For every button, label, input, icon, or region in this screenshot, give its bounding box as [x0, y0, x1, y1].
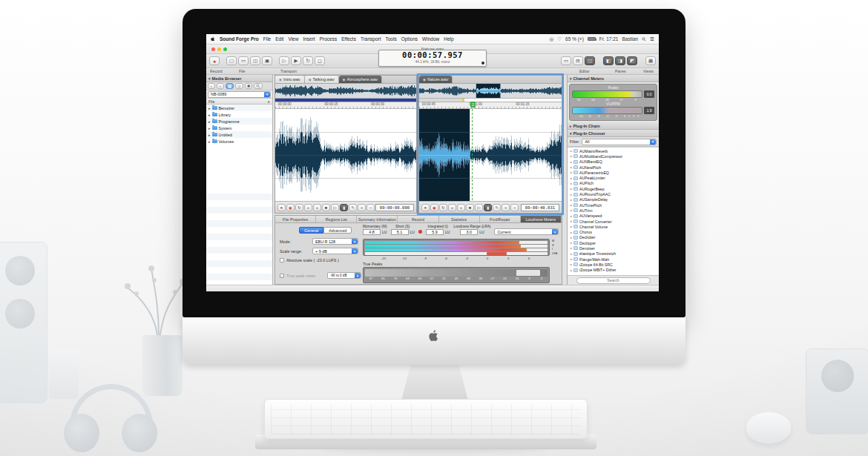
plugin-item[interactable]: ▸ iZotope MBIT+ Dither [568, 268, 659, 273]
rec-arm-button[interactable]: ◉ [430, 204, 438, 211]
editor0-position-readout[interactable]: 00:00:00.000 [375, 204, 414, 211]
play-all-button[interactable]: ▶ [291, 56, 301, 65]
file-column-header[interactable]: File ∧ [206, 99, 272, 105]
disclosure-icon[interactable]: ▸ [571, 176, 572, 180]
settings-button[interactable]: ✱ [245, 83, 253, 89]
disclosure-icon[interactable]: ▸ [571, 262, 572, 266]
plugin-item[interactable]: ▸ AUPitch [568, 181, 659, 186]
plugin-item[interactable]: ▸ Declicker [568, 235, 659, 240]
favorites-button[interactable]: ✩ [235, 83, 243, 89]
pane-left-button[interactable]: ◧ [603, 56, 614, 65]
open-file-button[interactable]: ▭ [238, 56, 249, 65]
loop-playback-button[interactable]: ↻ [295, 204, 303, 211]
plugin-chain-header[interactable]: ▸ Plug-In Chain [568, 122, 659, 130]
plugin-item[interactable]: ▸ AUTrim [568, 208, 659, 213]
stop-playback-button[interactable]: ■ [466, 204, 474, 211]
editor-single-button[interactable]: ▭ [561, 56, 571, 65]
rec-arm-button[interactable]: ◉ [286, 204, 295, 211]
menu-clock[interactable]: Fr. 17:21 [599, 36, 619, 42]
go-end-button[interactable]: » [313, 204, 321, 211]
plugin-item[interactable]: ▸ Flange/Wah-Wah [568, 257, 659, 262]
disclosure-icon[interactable]: ▸ [571, 208, 572, 212]
filter-select[interactable]: All ▾ [582, 139, 657, 145]
folder-row[interactable]: ▸ Programme [206, 118, 272, 125]
disclosure-icon[interactable]: ▸ [208, 139, 211, 144]
menu-item[interactable]: Tools [386, 36, 397, 42]
play-playback-button[interactable]: ▷ [475, 204, 483, 211]
app-name[interactable]: Sound Forge Pro [220, 36, 259, 42]
time-display[interactable]: 00:00:57.957 44.1 kHz, 16 Bit, mono [378, 50, 487, 67]
disclosure-icon[interactable]: ▸ [571, 187, 572, 191]
editor-dual-button[interactable]: ◫ [585, 56, 595, 65]
rec-button[interactable]: ● [421, 204, 430, 211]
record-button[interactable]: ● [209, 56, 220, 65]
disclosure-icon[interactable]: ▸ [571, 231, 572, 234]
tab-close-icon[interactable]: ◉ [343, 78, 346, 82]
disclosure-icon[interactable]: ▸ [571, 257, 572, 261]
envelope-tool-button[interactable]: ~ [366, 204, 375, 211]
position-cursor[interactable] [462, 99, 464, 102]
disclosure-icon[interactable]: ▸ [571, 203, 572, 207]
bottom-panel-tab[interactable]: Find/Repair [480, 216, 521, 222]
new-file-button[interactable]: ▢ [226, 56, 237, 65]
disclosure-icon[interactable]: ▸ [571, 252, 572, 256]
disclosure-icon[interactable]: ▸ [571, 149, 572, 153]
editor1-overview-strip[interactable] [419, 84, 562, 99]
bottom-panel-tab[interactable]: Statistics [439, 216, 480, 222]
save-button[interactable]: ◫ [250, 56, 260, 65]
plugin-item[interactable]: ▸ AUSampleDelay [568, 197, 659, 202]
true-peak-checkbox[interactable]: ✓ [280, 274, 284, 278]
general-button[interactable]: General [299, 227, 323, 234]
plugin-item[interactable]: ▸ élastique Timestretch [568, 251, 659, 257]
menu-item[interactable]: View [288, 36, 298, 42]
disclosure-icon[interactable]: ▸ [571, 219, 572, 223]
plugin-item[interactable]: ▸ AUNewPitch [568, 165, 659, 170]
menu-item[interactable]: Edit [275, 36, 283, 42]
disclosure-icon[interactable]: ▸ [571, 198, 572, 202]
disclosure-icon[interactable]: ▸ [571, 193, 572, 196]
meter-mode-select[interactable]: Current ▾ [494, 228, 559, 235]
mode-select[interactable]: EBU R 128 ▾ [312, 238, 358, 245]
pencil-tool-button[interactable]: ✎ [349, 204, 357, 211]
go-start-button[interactable]: « [448, 204, 456, 211]
bottom-panel-tab[interactable]: Regions List [316, 216, 357, 222]
editor1-waveform[interactable] [419, 109, 562, 201]
true-peak-range-select[interactable]: -90 to 0 dB ▾ [327, 272, 361, 279]
menu-user[interactable]: Bastian [622, 36, 638, 42]
editor-split-button[interactable]: ⊟ [573, 56, 583, 65]
editor0-waveform[interactable] [275, 109, 416, 201]
disclosure-icon[interactable]: ▸ [571, 225, 572, 228]
magnify-tool-button[interactable]: + [358, 204, 366, 211]
folder-row[interactable]: ▸ Volumes [206, 138, 272, 145]
plugin-item[interactable]: ▸ Channel Converter [568, 219, 659, 224]
menu-item[interactable]: Window [422, 36, 439, 42]
plugin-search-input[interactable] [576, 277, 651, 284]
spotlight-search-icon[interactable] [642, 37, 646, 42]
disclosure-icon[interactable]: ▸ [208, 113, 211, 117]
play-button[interactable]: ▷ [279, 56, 289, 65]
plugin-item[interactable]: ▸ AUTimePitch [568, 202, 659, 208]
edit-tool-button[interactable]: ▮ [340, 204, 348, 211]
rec-button[interactable]: ● [277, 204, 286, 211]
pane-right-button[interactable]: ◩ [627, 56, 637, 65]
nav-forward-button[interactable]: › [217, 83, 224, 89]
menu-item[interactable]: Insert [303, 36, 315, 42]
play-playback-button[interactable]: ▷ [331, 204, 339, 211]
bottom-panel-tab[interactable]: Record [398, 216, 438, 222]
notification-center-icon[interactable]: ☰ [650, 36, 654, 42]
save-as-button[interactable]: ▣ [262, 56, 272, 65]
folder-row[interactable]: ▸ Benutzer [206, 105, 272, 111]
document-tab[interactable]: ◉ Atmosphere.wav [339, 76, 383, 83]
disclosure-icon[interactable]: ▸ [571, 236, 572, 239]
plugin-item[interactable]: ▸ AUParametricEQ [568, 170, 659, 175]
plugin-chooser-header[interactable]: ▾ Plug-In Chooser [568, 130, 659, 137]
disclosure-icon[interactable]: ▸ [208, 133, 211, 137]
disclosure-icon[interactable]: ▸ [571, 268, 572, 272]
vu-value[interactable]: 1.9 [644, 107, 654, 114]
bottom-panel-tab[interactable]: Loudness Meters [521, 216, 562, 222]
disclosure-icon[interactable]: ▸ [571, 241, 572, 245]
menu-item[interactable]: File [263, 36, 271, 42]
tab-close-icon[interactable]: ◉ [309, 78, 312, 82]
menu-item[interactable]: Transport [361, 36, 381, 42]
disclosure-icon[interactable]: ▸ [208, 126, 211, 130]
